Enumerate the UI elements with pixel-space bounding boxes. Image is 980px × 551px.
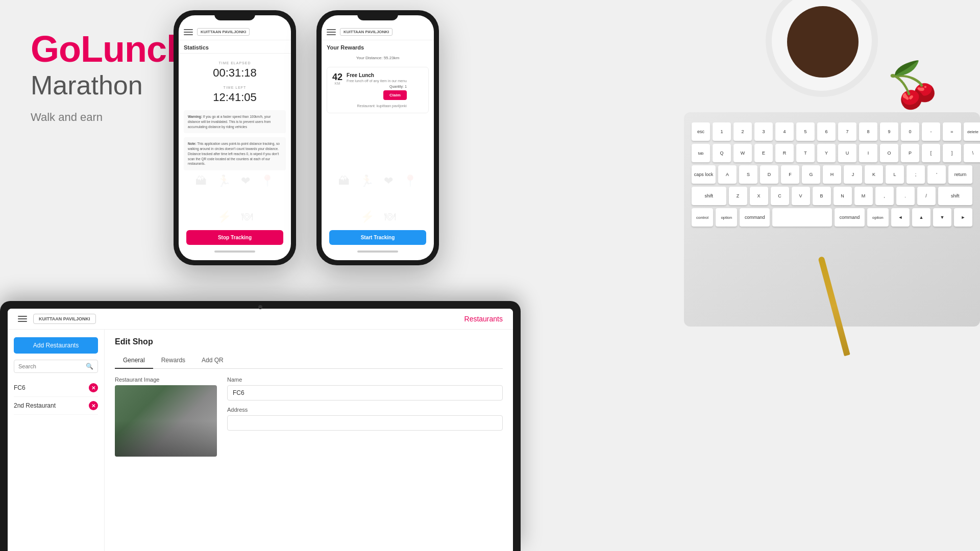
rewards-screen-title: Your Rewards	[322, 40, 434, 53]
app-title: GoLunch	[31, 31, 188, 67]
list-item: 2nd Restaurant ✕	[14, 397, 98, 415]
tablet-restaurants-link[interactable]: Restaurants	[464, 315, 503, 323]
tablet-sidebar: Add Restaurants 🔍 FC6 ✕ 2nd Restaurant ✕	[8, 330, 105, 551]
tablet-main: Edit Shop General Rewards Add QR Restaur…	[105, 330, 513, 551]
tablet-logo-area: KUITTAAN PAVILJONKI	[18, 314, 96, 324]
note-box: Note: This application uses point-to-poi…	[184, 137, 286, 170]
hamburger-icon[interactable]	[184, 29, 193, 35]
claim-button[interactable]: Claim	[383, 90, 407, 100]
left-text-area: GoLunch Marathon Walk and earn	[31, 31, 188, 124]
reward-quantity: Quantity: 1	[347, 85, 407, 88]
edit-shop-title: Edit Shop	[115, 337, 503, 346]
tablet-body: Add Restaurants 🔍 FC6 ✕ 2nd Restaurant ✕…	[8, 330, 513, 551]
phone2-bg-icons: 🏔 🏃 ❤ 📍 ⚡ 🍽	[322, 168, 434, 230]
app-tagline: Walk and earn	[31, 111, 188, 124]
app-subtitle: Marathon	[31, 70, 188, 101]
phone1-home-bar	[214, 251, 255, 253]
tab-general[interactable]: General	[115, 353, 153, 369]
time-elapsed-label: TIME ELAPSED	[184, 61, 286, 65]
tab-add-qr[interactable]: Add QR	[193, 353, 232, 369]
name-label: Name	[227, 377, 503, 383]
restaurant-image-inner	[115, 385, 217, 457]
stats-screen-title: Statistics	[179, 40, 291, 54]
form-left: Restaurant Image	[115, 377, 217, 457]
tablet-camera	[258, 305, 262, 309]
start-tracking-button[interactable]: Start Tracking	[329, 230, 426, 245]
reward-title: Free Lunch	[347, 72, 407, 78]
tablet-screen: KUITTAAN PAVILJONKI Restaurants Add Rest…	[8, 309, 513, 551]
tab-rewards[interactable]: Rewards	[153, 353, 193, 369]
phone1-bg-icons: 🏔 🏃 ❤ 📍 ⚡ 🍽	[179, 168, 291, 230]
phone1-mockup: KUITTAAN PAVILJONKI Statistics TIME ELAP…	[174, 10, 296, 265]
image-overlay	[115, 421, 217, 457]
address-field[interactable]	[227, 415, 503, 431]
stop-tracking-button[interactable]: Stop Tracking	[186, 230, 283, 245]
phone2-notch	[357, 10, 398, 20]
stats-content: TIME ELAPSED 00:31:18 TIME LEFT 12:41:05…	[179, 54, 291, 182]
tablet-mockup: KUITTAAN PAVILJONKI Restaurants Add Rest…	[0, 301, 521, 551]
rewards-km-value: 42	[332, 72, 342, 82]
warning-box: Warning: If you go at a faster speed tha…	[184, 110, 286, 133]
restaurant-name-2nd: 2nd Restaurant	[14, 402, 56, 409]
phones-container: KUITTAAN PAVILJONKI Statistics TIME ELAP…	[174, 10, 439, 265]
form-section: Restaurant Image Name Address	[115, 377, 503, 457]
add-restaurants-button[interactable]: Add Restaurants	[14, 337, 98, 354]
delete-fc6-button[interactable]: ✕	[89, 383, 98, 392]
phone2-logo: KUITTAAN PAVILJONKI	[340, 28, 393, 36]
cherries-decoration: 🍒	[881, 54, 946, 117]
rewards-card: 42 KM Free Lunch Free lunch off of any i…	[327, 67, 429, 113]
tablet-hamburger-icon[interactable]	[18, 316, 27, 322]
rewards-distance: Your Distance: 55.23km	[322, 53, 434, 63]
restaurant-image	[115, 385, 217, 457]
rewards-km-label: KM	[332, 82, 342, 85]
phone2-home-bar	[357, 251, 398, 253]
time-left-label: TIME LEFT	[184, 86, 286, 89]
search-box[interactable]: 🔍	[14, 360, 98, 373]
phone1-notch	[214, 10, 255, 20]
search-input[interactable]	[18, 363, 83, 369]
phone2-mockup: KUITTAAN PAVILJONKI Your Rewards Your Di…	[316, 10, 439, 265]
phone1-screen: KUITTAAN PAVILJONKI Statistics TIME ELAP…	[179, 15, 291, 260]
search-icon: 🔍	[86, 363, 93, 370]
time-left-value: 12:41:05	[184, 91, 286, 104]
tablet-logo: KUITTAAN PAVILJONKI	[33, 314, 96, 324]
tabs-row: General Rewards Add QR	[115, 353, 503, 369]
coffee-cup-bg	[766, 0, 878, 97]
name-field[interactable]	[227, 385, 503, 400]
phone1-logo: KUITTAAN PAVILJONKI	[197, 28, 250, 36]
rewards-info: Free Lunch Free lunch off of any item in…	[347, 72, 407, 108]
note-text: Note: This application uses point-to-poi…	[188, 141, 282, 166]
phone2-hamburger-icon[interactable]	[327, 29, 336, 35]
time-elapsed-value: 00:31:18	[184, 66, 286, 80]
address-label: Address	[227, 407, 503, 413]
restaurant-name-fc6: FC6	[14, 384, 26, 391]
tablet-header: KUITTAAN PAVILJONKI Restaurants	[8, 309, 513, 330]
warning-text: Warning: If you go at a faster speed tha…	[188, 114, 282, 129]
delete-2nd-button[interactable]: ✕	[89, 401, 98, 410]
restaurant-image-label: Restaurant Image	[115, 377, 217, 383]
form-right: Name Address	[227, 377, 503, 457]
rewards-km-area: 42 KM	[332, 72, 342, 85]
reward-desc: Free lunch off of any item in our menu	[347, 79, 407, 83]
phone2-screen: KUITTAAN PAVILJONKI Your Rewards Your Di…	[322, 15, 434, 260]
restaurant-label: Restaurant: kupittaan paviljonki	[347, 100, 407, 108]
list-item: FC6 ✕	[14, 379, 98, 397]
